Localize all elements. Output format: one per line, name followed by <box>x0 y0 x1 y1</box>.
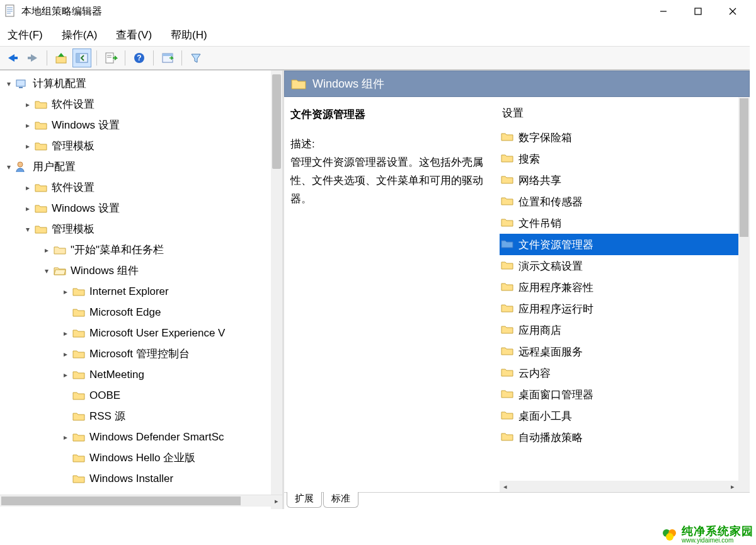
settings-vertical-scrollbar[interactable] <box>738 97 750 492</box>
settings-item[interactable]: 桌面窗口管理器 <box>500 384 750 405</box>
folder-icon <box>72 389 86 402</box>
svg-rect-22 <box>19 87 23 88</box>
expand-icon[interactable]: ▸ <box>23 120 33 130</box>
back-button[interactable] <box>4 49 21 67</box>
tree-node[interactable]: ▸"开始"菜单和任务栏 <box>0 239 271 260</box>
settings-horizontal-scrollbar[interactable]: ◂ ▸ <box>500 481 738 492</box>
tree-node[interactable]: ▸Windows Hello 企业版 <box>0 447 271 468</box>
minimize-button[interactable] <box>646 0 680 23</box>
tree-label: 管理模板 <box>52 139 94 153</box>
up-button[interactable] <box>52 49 70 67</box>
tree-node[interactable]: ▸NetMeeting <box>0 364 271 385</box>
tree-node[interactable]: ▸Windows Defender SmartSc <box>0 427 271 447</box>
expand-icon[interactable]: ▸ <box>42 245 52 255</box>
tree-node[interactable]: ▸Windows 设置 <box>0 115 271 135</box>
separator <box>153 50 154 66</box>
folder-icon <box>34 98 48 111</box>
svg-rect-11 <box>56 57 66 63</box>
tree-node-computer-config[interactable]: ▾ 计算机配置 <box>0 73 271 94</box>
settings-item[interactable]: 搜索 <box>500 148 750 169</box>
tree-node[interactable]: ▸软件设置 <box>0 177 271 198</box>
menu-view[interactable]: 查看(V) <box>113 26 154 43</box>
detail-header: Windows 组件 <box>284 71 750 97</box>
collapse-icon[interactable]: ▾ <box>42 266 52 276</box>
separator <box>96 50 97 66</box>
tree-node[interactable]: ▸OOBE <box>0 385 271 406</box>
tree-vertical-scrollbar[interactable] <box>271 71 282 509</box>
expand-icon[interactable]: ▸ <box>60 287 71 297</box>
folder-icon <box>501 432 515 443</box>
settings-item[interactable]: 云内容 <box>500 362 750 384</box>
window-title: 本地组策略编辑器 <box>21 5 746 18</box>
show-hide-tree-button[interactable] <box>72 49 91 67</box>
settings-item[interactable]: 桌面小工具 <box>500 405 750 427</box>
forward-button[interactable] <box>24 49 42 67</box>
expand-icon[interactable]: ▸ <box>60 432 71 442</box>
settings-item[interactable]: 文件吊销 <box>500 212 750 234</box>
tab-standard[interactable]: 标准 <box>323 492 358 508</box>
collapse-icon[interactable]: ▾ <box>4 79 14 89</box>
tree-node[interactable]: ▸管理模板 <box>0 135 271 156</box>
filter-button[interactable] <box>187 49 205 67</box>
tree-node[interactable]: ▸Microsoft 管理控制台 <box>0 343 271 364</box>
properties-button[interactable] <box>159 49 176 67</box>
expand-icon[interactable]: ▸ <box>60 328 71 338</box>
settings-item[interactable]: 文件资源管理器 <box>500 234 750 255</box>
tree-node[interactable]: ▸RSS 源 <box>0 406 271 427</box>
user-icon <box>15 161 29 173</box>
scroll-left-button[interactable]: ◂ <box>500 481 511 492</box>
settings-header[interactable]: 设置 <box>500 103 750 127</box>
scroll-right-button[interactable]: ▸ <box>727 481 738 492</box>
settings-item[interactable]: 演示文稿设置 <box>500 255 750 277</box>
settings-item[interactable]: 应用程序兼容性 <box>500 277 750 298</box>
tree-node[interactable]: ▸Windows 设置 <box>0 198 271 219</box>
expand-icon[interactable]: ▸ <box>60 370 71 380</box>
close-button[interactable] <box>715 0 750 23</box>
settings-item[interactable]: 远程桌面服务 <box>500 341 750 362</box>
tree-node-windows-components[interactable]: ▾Windows 组件 <box>0 260 271 281</box>
maximize-button[interactable] <box>680 0 715 23</box>
collapse-icon[interactable]: ▾ <box>23 224 33 234</box>
folder-icon <box>501 282 515 293</box>
menu-action[interactable]: 操作(A) <box>59 26 100 43</box>
toolbar: ? <box>0 46 750 70</box>
folder-icon <box>72 452 86 464</box>
collapse-icon[interactable]: ▾ <box>4 162 14 172</box>
policy-tree[interactable]: ▾ 计算机配置 ▸软件设置 ▸Windows 设置 ▸管理模板 ▾ 用户配置 ▸… <box>0 71 271 509</box>
tree-label: Windows Hello 企业版 <box>89 450 195 465</box>
export-list-button[interactable] <box>102 49 120 67</box>
settings-item-label: 文件吊销 <box>518 216 561 231</box>
separator <box>47 50 47 66</box>
tab-extended[interactable]: 扩展 <box>287 492 322 508</box>
settings-item-label: 位置和传感器 <box>518 195 583 209</box>
tree-node[interactable]: ▸Internet Explorer <box>0 281 271 302</box>
help-button[interactable]: ? <box>130 49 148 67</box>
menu-file[interactable]: 文件(F) <box>5 26 45 43</box>
expand-icon[interactable]: ▸ <box>23 100 33 110</box>
settings-item[interactable]: 应用程序运行时 <box>500 298 750 319</box>
expand-icon[interactable]: ▸ <box>23 183 33 193</box>
menu-help[interactable]: 帮助(H) <box>168 26 210 43</box>
expand-icon[interactable]: ▸ <box>60 349 71 359</box>
folder-icon <box>53 244 67 256</box>
tree-node[interactable]: ▸Microsoft User Experience V <box>0 323 271 343</box>
description-column: 文件资源管理器 描述: 管理文件资源管理器设置。这包括外壳属性、文件夹选项、文件… <box>284 97 500 492</box>
settings-item[interactable]: 网络共享 <box>500 169 750 191</box>
tree-node[interactable]: ▸软件设置 <box>0 94 271 115</box>
tree-horizontal-scrollbar[interactable]: ◂ ▸ <box>0 495 282 507</box>
expand-icon[interactable]: ▸ <box>23 204 33 214</box>
tree-node[interactable]: ▸Windows Installer <box>0 468 271 489</box>
tree-node-admin-templates[interactable]: ▾管理模板 <box>0 219 271 239</box>
scroll-right-button[interactable]: ▸ <box>271 495 282 507</box>
folder-icon <box>72 410 86 423</box>
settings-item[interactable]: 数字保险箱 <box>500 127 750 148</box>
tree-node[interactable]: ▸Microsoft Edge <box>0 302 271 323</box>
folder-icon <box>501 410 515 422</box>
settings-item[interactable]: 位置和传感器 <box>500 191 750 212</box>
settings-item[interactable]: 自动播放策略 <box>500 427 750 448</box>
settings-item[interactable]: 应用商店 <box>500 319 750 341</box>
titlebar[interactable]: 本地组策略编辑器 <box>0 0 750 23</box>
settings-item-label: 数字保险箱 <box>518 130 572 145</box>
expand-icon[interactable]: ▸ <box>23 141 33 151</box>
tree-node-user-config[interactable]: ▾ 用户配置 <box>0 156 271 177</box>
